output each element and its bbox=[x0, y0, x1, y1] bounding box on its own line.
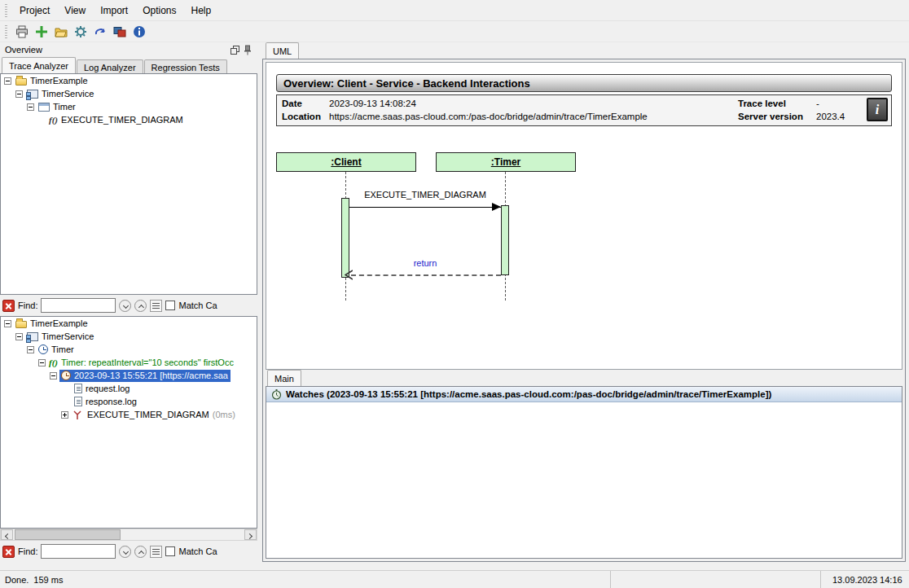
overview-panel: Overview Trace Analyzer Log Analyzer Reg… bbox=[0, 42, 257, 562]
match-case-checkbox[interactable] bbox=[165, 546, 175, 556]
tree-row-timerservice[interactable]: TimerService bbox=[1, 330, 257, 343]
menu-grip-handle[interactable] bbox=[5, 4, 7, 17]
tree-row-timer[interactable]: Timer bbox=[1, 100, 257, 113]
scroll-right-arrow-icon[interactable] bbox=[244, 529, 257, 540]
scrollbar-thumb[interactable] bbox=[15, 529, 121, 540]
folder-icon bbox=[15, 321, 27, 328]
find-input[interactable] bbox=[41, 298, 116, 313]
scrollbar-track[interactable] bbox=[13, 529, 244, 540]
watches-header: Watches (2023-09-13 15:55:21 [https://ac… bbox=[266, 387, 902, 402]
find-options-button[interactable] bbox=[150, 300, 162, 312]
trace-tree: TimerExample TimerService Timer f() Time… bbox=[0, 316, 257, 529]
find-options-button[interactable] bbox=[150, 546, 162, 558]
find-label: Find: bbox=[18, 301, 37, 310]
overview-panel-header: Overview bbox=[0, 42, 257, 57]
float-panel-button[interactable] bbox=[228, 44, 241, 55]
date-value: 2023-09-13 14:08:24 bbox=[329, 99, 738, 108]
sequence-diagram-icon bbox=[72, 410, 84, 420]
find-previous-button[interactable] bbox=[134, 546, 147, 558]
tab-uml[interactable]: UML bbox=[266, 42, 299, 59]
stopwatch-icon bbox=[271, 389, 282, 400]
expander-collapse-icon[interactable] bbox=[27, 103, 34, 111]
settings-button[interactable] bbox=[71, 23, 90, 41]
find-next-button[interactable] bbox=[119, 546, 131, 558]
function-icon: f() bbox=[49, 358, 58, 367]
message-arrow-line bbox=[349, 207, 501, 208]
window-icon bbox=[38, 103, 50, 112]
tree-row-timerexample[interactable]: TimerExample bbox=[1, 317, 257, 330]
tree-row-execute-timer-diagram[interactable]: f() EXECUTE_TIMER_DIAGRAM bbox=[1, 113, 257, 126]
pin-icon bbox=[243, 45, 253, 55]
watches-tab-row: Main bbox=[266, 370, 902, 386]
expander-collapse-icon[interactable] bbox=[38, 359, 46, 366]
tree-item-label: Timer: repeatInterval="10 seconds" first… bbox=[61, 358, 234, 367]
undo-button[interactable] bbox=[90, 23, 110, 41]
expander-collapse-icon[interactable] bbox=[15, 90, 23, 98]
tree-item-label: response.log bbox=[86, 397, 137, 406]
restore-window-icon bbox=[230, 45, 240, 55]
tree-row-timer[interactable]: Timer bbox=[1, 343, 257, 356]
pin-panel-button[interactable] bbox=[241, 44, 254, 55]
find-input[interactable] bbox=[41, 544, 116, 559]
watches-panel: Watches (2023-09-13 15:55:21 [https://ac… bbox=[266, 386, 902, 559]
status-section-middle bbox=[611, 571, 821, 588]
toolbar-grip-handle[interactable] bbox=[5, 25, 7, 38]
activation-bar-timer[interactable] bbox=[501, 205, 509, 275]
tree-row-timerservice[interactable]: TimerService bbox=[1, 87, 257, 100]
return-arrow-line bbox=[351, 274, 501, 276]
tree-row-request-log[interactable]: request.log bbox=[1, 382, 257, 395]
trace-details-button[interactable]: i bbox=[867, 98, 888, 121]
trace-level-label: Trace level bbox=[738, 99, 816, 108]
menu-view[interactable]: View bbox=[57, 2, 93, 20]
expander-collapse-icon[interactable] bbox=[50, 372, 57, 380]
expander-collapse-icon[interactable] bbox=[15, 333, 23, 340]
expander-collapse-icon[interactable] bbox=[4, 320, 11, 327]
open-button[interactable] bbox=[51, 23, 71, 41]
tab-main[interactable]: Main bbox=[267, 370, 301, 386]
scroll-left-arrow-icon[interactable] bbox=[1, 529, 13, 540]
export-button[interactable] bbox=[110, 23, 130, 41]
tree-row-timer-definition[interactable]: f() Timer: repeatInterval="10 seconds" f… bbox=[1, 356, 257, 369]
folder-icon bbox=[15, 78, 27, 86]
status-datetime: 13.09.2023 14:16 bbox=[832, 575, 902, 585]
status-duration: 159 ms bbox=[33, 575, 63, 585]
menu-options[interactable]: Options bbox=[135, 2, 183, 20]
add-button[interactable] bbox=[32, 23, 51, 41]
activation-bar-client[interactable] bbox=[341, 198, 349, 278]
alarm-clock-icon bbox=[61, 371, 71, 380]
return-label[interactable]: return bbox=[349, 258, 501, 268]
undo-icon bbox=[94, 25, 107, 38]
match-case-checkbox[interactable] bbox=[165, 301, 175, 310]
uml-panel: UML Overview: Client - Service - Backend… bbox=[262, 42, 906, 562]
menu-help[interactable]: Help bbox=[184, 2, 219, 20]
expander-collapse-icon[interactable] bbox=[4, 77, 11, 85]
structure-tree: TimerExample TimerService Timer f() EXEC… bbox=[0, 73, 257, 295]
lifeline-client[interactable]: :Client bbox=[276, 152, 416, 172]
message-label[interactable]: EXECUTE_TIMER_DIAGRAM bbox=[349, 190, 501, 200]
tab-regression-tests[interactable]: Regression Tests bbox=[144, 59, 227, 73]
tree-row-trace-timestamp[interactable]: 2023-09-13 15:55:21 [https://acme.saa bbox=[1, 369, 257, 382]
tree-row-timerexample[interactable]: TimerExample bbox=[1, 74, 257, 87]
expander-expand-icon[interactable] bbox=[61, 411, 68, 419]
horizontal-scrollbar[interactable] bbox=[0, 529, 257, 541]
uml-content: Overview: Client - Service - Backend Int… bbox=[262, 59, 906, 562]
print-button[interactable] bbox=[12, 23, 32, 41]
expander-collapse-icon[interactable] bbox=[27, 346, 34, 353]
menu-project[interactable]: Project bbox=[12, 2, 57, 20]
service-icon bbox=[27, 90, 38, 99]
lifeline-timer[interactable]: :Timer bbox=[436, 152, 576, 172]
info-icon bbox=[133, 25, 146, 38]
match-case-label: Match Ca bbox=[178, 301, 217, 310]
close-find-button[interactable] bbox=[2, 300, 15, 312]
tab-log-analyzer[interactable]: Log Analyzer bbox=[77, 59, 143, 73]
tree-item-label: TimerExample bbox=[30, 76, 88, 86]
tree-row-execute-timer-diagram[interactable]: EXECUTE_TIMER_DIAGRAM (0ms) bbox=[1, 408, 257, 421]
find-next-button[interactable] bbox=[119, 300, 131, 312]
tree-row-response-log[interactable]: response.log bbox=[1, 395, 257, 408]
tab-trace-analyzer[interactable]: Trace Analyzer bbox=[2, 57, 76, 73]
menu-import[interactable]: Import bbox=[93, 2, 135, 20]
close-find-button[interactable] bbox=[2, 546, 15, 558]
find-label: Find: bbox=[18, 546, 37, 556]
find-previous-button[interactable] bbox=[134, 300, 147, 312]
info-button[interactable] bbox=[130, 23, 149, 41]
